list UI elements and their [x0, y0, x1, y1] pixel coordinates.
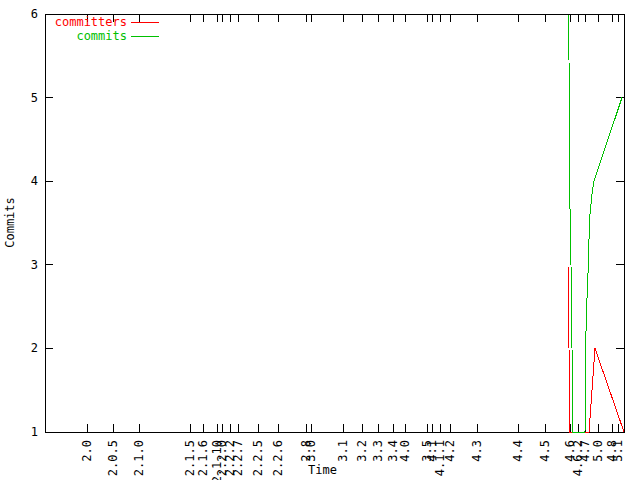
plot-border — [45, 14, 624, 432]
commits-chart: Commits Time 2.02.0.52.1.02.1.52.1.62.1.… — [0, 0, 640, 480]
legend-label-commits: commits — [39, 30, 127, 43]
legend-line-sample-commits — [131, 36, 159, 37]
series-line-committers — [568, 265, 624, 432]
series-line-commits — [568, 14, 622, 432]
plot-canvas — [0, 0, 640, 480]
legend-line-sample-committers — [131, 22, 159, 23]
legend-label-committers: committers — [39, 16, 127, 29]
